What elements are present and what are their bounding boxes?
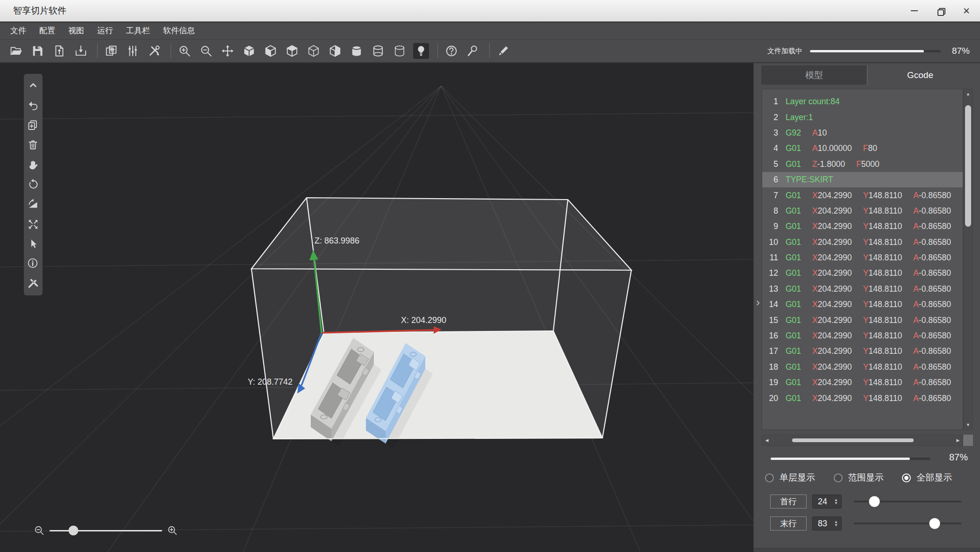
first-line-spinner[interactable]: 24 ▲ ▼	[812, 495, 842, 509]
pan-button[interactable]	[26, 158, 41, 172]
viewport-3d[interactable]: Z: 863.9986 X: 204.2990 Y: 208.7742	[0, 63, 753, 552]
gcode-row[interactable]: 6TYPE:SKIRT	[762, 172, 963, 187]
delete-button[interactable]	[26, 137, 41, 152]
export-gcode-button[interactable]	[73, 43, 89, 59]
light-toggle-button[interactable]	[413, 43, 429, 59]
gcode-row[interactable]: 10G01X204.2990Y148.8110A-0.86580	[762, 235, 963, 250]
last-line-spinner[interactable]: 83 ▲ ▼	[812, 516, 842, 530]
gcode-row[interactable]: 17G01X204.2990Y148.8110A-0.86580	[762, 344, 963, 359]
gcode-row[interactable]: 3G92A10	[762, 125, 963, 141]
gcode-row[interactable]: 13G01X204.2990Y148.8110A-0.86580	[762, 281, 963, 297]
gcode-row[interactable]: 7G01X204.2990Y148.8110A-0.86580	[762, 187, 963, 203]
help-button[interactable]	[444, 43, 459, 59]
last-line-button[interactable]: 末行	[770, 516, 807, 530]
view-clip-button[interactable]	[327, 43, 343, 59]
display-mode-single-layer[interactable]: 单层显示	[765, 472, 834, 484]
menu-item-view[interactable]: 视图	[63, 22, 90, 39]
spinner-down-icon[interactable]: ▼	[834, 523, 838, 527]
tab-gcode[interactable]: Gcode	[867, 65, 973, 85]
menu-item-config[interactable]: 配置	[34, 22, 61, 39]
gcode-row[interactable]: 16G01X204.2990Y148.8110A-0.86580	[762, 328, 963, 344]
view-cylinder-solid-button[interactable]	[349, 43, 365, 59]
gcode-vertical-scrollbar[interactable]: ▲ ▼	[963, 89, 973, 430]
scroll-down-icon[interactable]: ▼	[964, 420, 973, 430]
gcode-row[interactable]: 5G01Z-1.8000F5000	[762, 157, 963, 172]
gcode-row[interactable]: 12G01X204.2990Y148.8110A-0.86580	[762, 265, 963, 281]
zoom-out-button[interactable]	[198, 43, 214, 59]
gcode-row[interactable]: 1Layer count:84	[762, 94, 963, 109]
batch-print-button[interactable]	[103, 43, 119, 59]
radio-unchecked-icon[interactable]	[834, 473, 843, 482]
view-cylinder-wireframe-button[interactable]	[370, 43, 386, 59]
view-cube-left-button[interactable]	[263, 43, 279, 59]
restore-button[interactable]	[933, 4, 947, 18]
viewport-zoom-knob[interactable]	[68, 526, 78, 536]
gcode-row[interactable]: 8G01X204.2990Y148.8110A-0.86580	[762, 203, 963, 219]
gcode-horizontal-scrollbar[interactable]: ◀ ▶	[762, 435, 963, 446]
menu-item-run[interactable]: 运行	[92, 22, 119, 39]
first-line-value: 24	[813, 497, 832, 507]
scroll-right-icon[interactable]: ▶	[953, 435, 963, 445]
fit-view-button[interactable]	[26, 217, 41, 232]
spinner-down-icon[interactable]: ▼	[834, 502, 838, 505]
first-line-button[interactable]: 首行	[770, 495, 807, 509]
gcode-row[interactable]: 2Layer:1	[762, 109, 963, 125]
tab-model[interactable]: 模型	[761, 65, 867, 85]
gcode-row[interactable]: 18G01X204.2990Y148.8110A-0.86580	[762, 359, 963, 375]
rotate-button[interactable]	[26, 177, 41, 192]
last-line-slider[interactable]	[854, 518, 961, 529]
gcode-row[interactable]: 11G01X204.2990Y148.8110A-0.86580	[762, 250, 963, 265]
first-line-slider[interactable]	[854, 496, 961, 507]
tools-button[interactable]	[146, 43, 162, 59]
annotate-pen-button[interactable]	[495, 43, 511, 59]
gcode-row[interactable]: 19G01X204.2990Y148.8110A-0.86580	[762, 375, 963, 390]
view-cube-top-button[interactable]	[284, 43, 300, 59]
duplicate-button[interactable]	[26, 118, 41, 133]
viewport-zoom-slider[interactable]	[50, 530, 162, 531]
menu-item-file[interactable]: 文件	[9, 22, 32, 39]
scroll-left-icon[interactable]: ◀	[762, 435, 772, 445]
view-cylinder-dashed-button[interactable]	[392, 43, 408, 59]
file-loading-percent: 87%	[948, 46, 970, 56]
gcode-row[interactable]: 9G01X204.2990Y148.8110A-0.86580	[762, 219, 963, 234]
zoom-in-icon[interactable]	[167, 525, 178, 536]
view-cube-wireframe-button[interactable]	[306, 43, 322, 59]
display-mode-range[interactable]: 范围显示	[834, 472, 902, 484]
gcode-row[interactable]: 4G01A10.00000F80	[762, 141, 963, 156]
import-model-button[interactable]	[51, 43, 67, 59]
menu-item-toolbar[interactable]: 工具栏	[121, 22, 156, 39]
gcode-row[interactable]: 20G01X204.2990Y148.8110A-0.86580	[762, 390, 963, 406]
undo-button[interactable]	[26, 98, 41, 113]
gcode-list[interactable]: 1Layer count:842Layer:13G92A104G01A10.00…	[762, 89, 963, 430]
first-line-slider-knob[interactable]	[869, 496, 880, 507]
panel-collapse-handle[interactable]: ›	[754, 296, 762, 310]
parameter-sliders-button[interactable]	[125, 43, 141, 59]
zoom-out-icon[interactable]	[34, 525, 45, 536]
select-button[interactable]	[26, 237, 41, 251]
close-button[interactable]: ✕	[959, 4, 973, 18]
collapse-up-button[interactable]	[26, 78, 41, 93]
last-line-spinner-arrows[interactable]: ▲ ▼	[832, 520, 840, 527]
radio-checked-icon[interactable]	[902, 473, 911, 482]
last-line-slider-knob[interactable]	[929, 518, 940, 529]
radio-unchecked-icon[interactable]	[765, 473, 774, 482]
scroll-up-icon[interactable]: ▲	[964, 89, 973, 99]
minimize-button[interactable]	[907, 4, 921, 18]
save-button[interactable]	[30, 43, 46, 59]
move-view-button[interactable]	[220, 43, 236, 59]
gcode-row[interactable]: 15G01X204.2990Y148.8110A-0.86580	[762, 312, 963, 328]
vertical-scroll-thumb[interactable]	[965, 105, 971, 227]
first-line-spinner-arrows[interactable]: ▲ ▼	[832, 498, 840, 505]
open-file-button[interactable]	[8, 43, 24, 59]
collapse-up-icon	[27, 79, 39, 92]
view-cube-solid-button[interactable]	[241, 43, 257, 59]
menu-item-software-info[interactable]: 软件信息	[157, 22, 200, 39]
info-button[interactable]	[26, 256, 41, 271]
horizontal-scroll-thumb[interactable]	[792, 438, 914, 442]
inspect-button[interactable]	[465, 43, 481, 59]
zoom-in-button[interactable]	[177, 43, 193, 59]
gcode-row[interactable]: 14G01X204.2990Y148.8110A-0.86580	[762, 297, 963, 312]
display-mode-all[interactable]: 全部显示	[902, 472, 971, 484]
mirror-button[interactable]	[26, 197, 41, 212]
measure-button[interactable]	[26, 276, 41, 291]
